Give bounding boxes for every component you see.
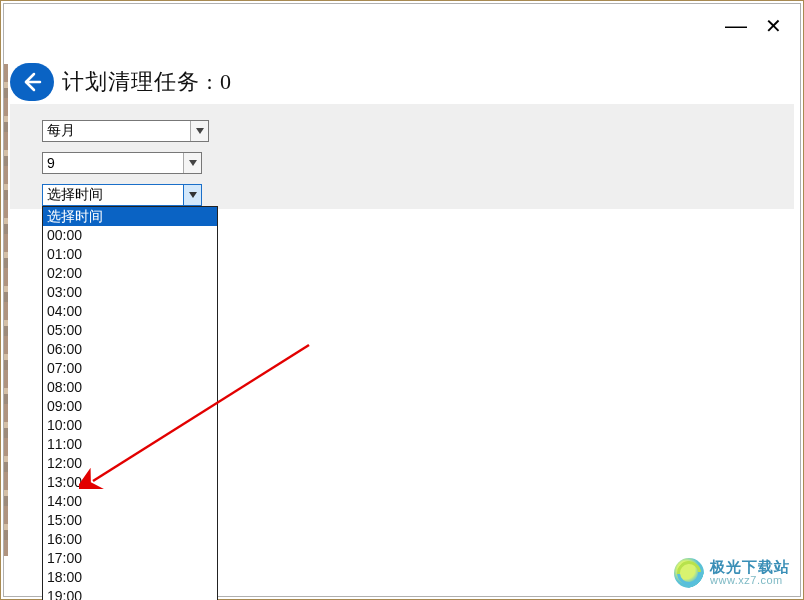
titlebar-controls: — ✕ [725, 16, 782, 36]
arrow-left-icon [20, 70, 44, 94]
chevron-down-icon [190, 121, 208, 141]
frequency-select-value: 每月 [43, 122, 190, 140]
time-option[interactable]: 10:00 [43, 416, 217, 435]
page-title: 计划清理任务 : 0 [62, 67, 232, 97]
time-option[interactable]: 13:00 [43, 473, 217, 492]
watermark-text: 极光下载站 www.xz7.com [710, 559, 790, 586]
watermark: 极光下载站 www.xz7.com [674, 558, 790, 588]
minimize-button[interactable]: — [725, 21, 747, 31]
header-row: 计划清理任务 : 0 [10, 62, 232, 102]
watermark-url: www.xz7.com [710, 575, 790, 587]
time-option[interactable]: 16:00 [43, 530, 217, 549]
time-option[interactable]: 02:00 [43, 264, 217, 283]
watermark-logo-icon [674, 558, 704, 588]
time-option[interactable]: 08:00 [43, 378, 217, 397]
time-option[interactable]: 11:00 [43, 435, 217, 454]
time-option[interactable]: 12:00 [43, 454, 217, 473]
time-option[interactable]: 17:00 [43, 549, 217, 568]
time-option[interactable]: 07:00 [43, 359, 217, 378]
time-option[interactable]: 01:00 [43, 245, 217, 264]
decorative-edge [4, 64, 8, 556]
time-select[interactable]: 选择时间 [42, 184, 202, 206]
time-option[interactable]: 04:00 [43, 302, 217, 321]
time-option[interactable]: 00:00 [43, 226, 217, 245]
time-select-dropdown[interactable]: 选择时间00:0001:0002:0003:0004:0005:0006:000… [42, 206, 218, 600]
time-option[interactable]: 选择时间 [43, 207, 217, 226]
chevron-down-icon [183, 153, 201, 173]
time-option[interactable]: 18:00 [43, 568, 217, 587]
time-option[interactable]: 06:00 [43, 340, 217, 359]
time-option[interactable]: 03:00 [43, 283, 217, 302]
chevron-down-icon [183, 185, 201, 205]
frequency-select[interactable]: 每月 [42, 120, 209, 142]
watermark-title: 极光下载站 [710, 559, 790, 575]
time-option[interactable]: 15:00 [43, 511, 217, 530]
time-select-value: 选择时间 [43, 186, 183, 204]
day-select-value: 9 [43, 155, 183, 171]
time-option[interactable]: 09:00 [43, 397, 217, 416]
window-body: — ✕ 计划清理任务 : 0 每月 9 [3, 3, 801, 597]
back-button[interactable] [10, 63, 54, 101]
time-option[interactable]: 05:00 [43, 321, 217, 340]
close-button[interactable]: ✕ [765, 16, 782, 36]
time-option[interactable]: 19:00 [43, 587, 217, 600]
time-option[interactable]: 14:00 [43, 492, 217, 511]
day-select[interactable]: 9 [42, 152, 202, 174]
